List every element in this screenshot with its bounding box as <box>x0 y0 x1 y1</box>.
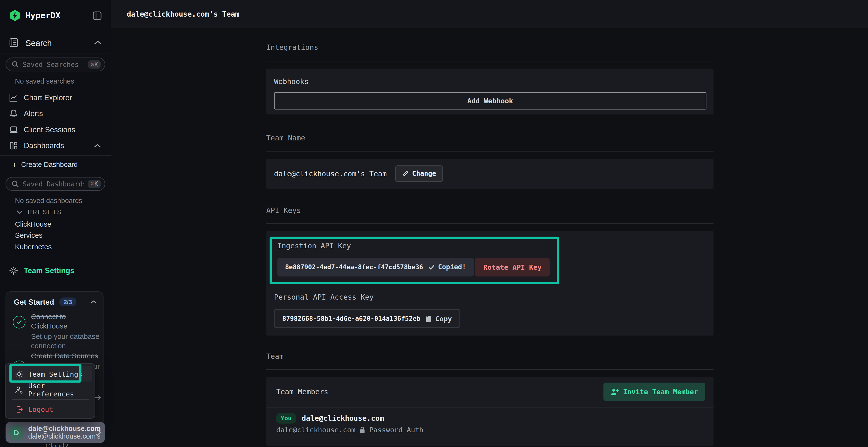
team-name-card: dale@clickhouse.com's Team Change <box>266 159 713 188</box>
chart-icon <box>9 93 18 102</box>
sidebar-item-chart-explorer[interactable]: Chart Explorer <box>0 90 111 105</box>
copied-label: Copied! <box>438 263 466 271</box>
plus-icon: + <box>12 161 17 169</box>
webhooks-card: Webhooks Add Webhook <box>266 69 713 115</box>
brand-name: HyperDX <box>26 10 61 21</box>
chevron-right-icon <box>97 429 101 436</box>
menu-item-label: User Preferences <box>28 381 92 398</box>
personal-api-key-chip[interactable]: 87982668-58b1-4d6e-a620-014a136f52eb Cop… <box>274 309 460 328</box>
api-keys-card: Ingestion API Key 8e887902-4ed7-44ea-8fe… <box>266 231 713 336</box>
progress-badge: 2/3 <box>59 298 76 306</box>
dashboards-icon <box>9 141 18 150</box>
sidebar-item-label: Dashboards <box>24 141 64 149</box>
section-title-integrations: Integrations <box>266 43 318 51</box>
account-chip[interactable]: D dale@clickhouse.com dale@clickhouse.co… <box>5 422 105 443</box>
get-started-header[interactable]: Get Started 2/3 <box>14 298 97 306</box>
sidebar: HyperDX Search Save <box>0 0 111 447</box>
preset-kubernetes[interactable]: Kubernetes <box>15 243 52 251</box>
team-members-header: Team Members <box>276 387 329 396</box>
no-saved-searches-text: No saved searches <box>15 77 74 85</box>
ingestion-api-key-chip[interactable]: 8e887902-4ed7-44ea-8fec-f47cd578be36 Cop… <box>277 258 474 276</box>
clipboard-icon <box>426 315 432 322</box>
get-started-title: Get Started <box>14 298 54 306</box>
webhooks-title: Webhooks <box>274 77 309 85</box>
no-saved-dashboards-text: No saved dashboards <box>15 197 82 204</box>
sidebar-item-label: Client Sessions <box>24 125 75 133</box>
pencil-icon <box>402 170 408 177</box>
menu-item-logout[interactable]: Logout <box>9 402 93 417</box>
ingestion-api-key-value: 8e887902-4ed7-44ea-8fec-f47cd578be36 <box>285 263 423 271</box>
presets-label: PRESETS <box>28 209 62 215</box>
task-title-line: Connect to <box>31 312 66 320</box>
brand[interactable]: HyperDX <box>9 10 61 21</box>
sidebar-item-team-settings[interactable]: Team Settings <box>9 266 74 275</box>
menu-item-label: Team Settings <box>28 370 83 378</box>
section-divider <box>266 370 713 370</box>
account-subtitle: dale@clickhouse.com's <box>28 432 93 440</box>
saved-searches-input[interactable]: Saved Searches ⌘K <box>5 58 105 71</box>
collapse-sidebar-icon[interactable] <box>92 11 102 21</box>
sidebar-item-alerts[interactable]: Alerts <box>0 106 111 121</box>
check-icon <box>429 265 435 270</box>
user-plus-icon <box>610 388 618 396</box>
logout-icon <box>15 405 23 413</box>
search-section-label: Search <box>26 38 52 47</box>
section-divider <box>266 151 713 151</box>
create-dashboard-label: Create Dashboard <box>21 161 78 169</box>
create-dashboard-button[interactable]: + Create Dashboard <box>12 160 78 170</box>
member-row-primary: You dale@clickhouse.com <box>276 413 384 424</box>
chevron-up-icon[interactable] <box>94 40 101 45</box>
you-badge: You <box>276 413 296 423</box>
menu-item-user-preferences[interactable]: User Preferences <box>9 382 93 398</box>
sidebar-item-dashboards[interactable]: Dashboards <box>0 138 111 153</box>
menu-divider <box>12 399 89 400</box>
hyperdx-logo-icon <box>9 10 21 21</box>
avatar-initial: D <box>14 428 19 437</box>
member-name: dale@clickhouse.com <box>302 414 384 422</box>
change-button-label: Change <box>412 170 436 177</box>
section-divider <box>266 61 713 61</box>
invite-team-member-button[interactable]: Invite Team Member <box>603 383 705 401</box>
ingestion-api-key-label: Ingestion API Key <box>277 242 351 250</box>
copy-label: Copy <box>435 314 452 322</box>
preset-clickhouse[interactable]: ClickHouse <box>15 220 51 228</box>
personal-api-key-value: 87982668-58b1-4d6e-a620-014a136f52eb <box>282 314 420 322</box>
card-divider <box>266 408 713 408</box>
member-auth-method: Password Auth <box>369 425 424 434</box>
section-title-team-name: Team Name <box>266 134 305 142</box>
account-chip-text: dale@clickhouse.com dale@clickhouse.com'… <box>28 424 93 441</box>
gear-icon <box>9 266 18 275</box>
search-icon <box>11 180 19 187</box>
team-name-value: dale@clickhouse.com's Team <box>274 170 386 178</box>
sidebar-item-label: Chart Explorer <box>24 93 72 101</box>
section-divider <box>266 224 713 224</box>
saved-dashboards-input[interactable]: Saved Dashboards ⌘K <box>5 177 105 191</box>
get-started-item[interactable]: Connect to ClickHouse Set up your databa… <box>31 312 100 351</box>
invite-team-member-label: Invite Team Member <box>623 387 698 396</box>
section-title-team: Team <box>266 352 283 360</box>
rotate-api-key-label: Rotate API Key <box>483 263 541 271</box>
laptop-icon <box>9 125 18 134</box>
sidebar-item-label: Alerts <box>24 109 43 117</box>
menu-item-team-settings[interactable]: Team Settings <box>9 366 93 381</box>
rotate-api-key-button[interactable]: Rotate API Key <box>475 258 550 276</box>
task-title-line: Create Data Sources <box>31 351 102 360</box>
user-gear-icon <box>15 386 23 394</box>
divider <box>0 54 111 54</box>
check-circle-icon <box>13 316 26 329</box>
account-name: dale@clickhouse.com <box>28 424 93 432</box>
saved-searches-placeholder: Saved Searches <box>23 61 84 68</box>
divider <box>0 156 111 156</box>
team-members-card: Team Members Invite Team Member You dale… <box>266 377 713 446</box>
add-webhook-button[interactable]: Add Webhook <box>274 92 706 109</box>
add-webhook-label: Add Webhook <box>467 97 513 105</box>
change-team-name-button[interactable]: Change <box>395 165 443 182</box>
avatar: D <box>8 424 24 441</box>
presets-toggle[interactable]: PRESETS <box>17 209 62 215</box>
search-section-header[interactable]: Search <box>9 38 52 47</box>
preset-services[interactable]: Services <box>15 231 42 239</box>
sidebar-item-client-sessions[interactable]: Client Sessions <box>0 122 111 137</box>
chevron-up-icon <box>90 300 97 304</box>
chevron-down-icon <box>17 210 23 214</box>
bell-icon <box>9 109 18 118</box>
